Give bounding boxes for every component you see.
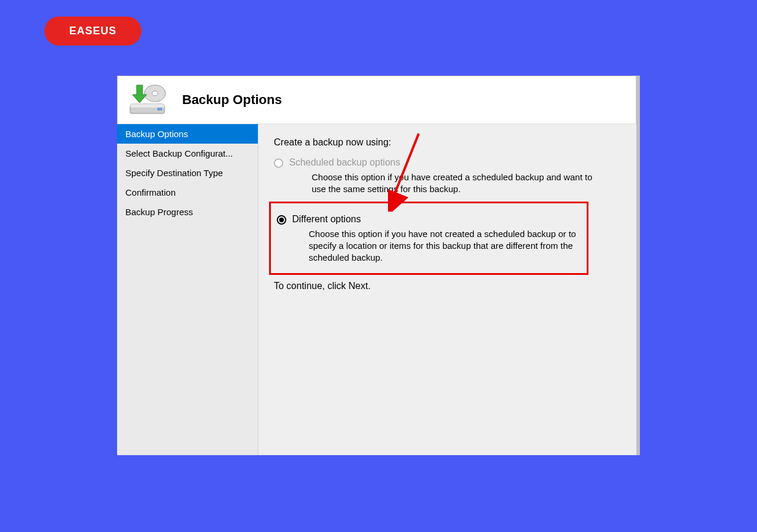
prompt-text: Create a backup now using: (274, 137, 621, 148)
option-different-label: Different options (292, 214, 361, 225)
sidebar-item-select-backup-config[interactable]: Select Backup Configurat... (117, 144, 258, 163)
sidebar-item-confirmation[interactable]: Confirmation (117, 183, 258, 202)
svg-rect-3 (130, 104, 164, 108)
option-different-desc: Choose this option if you have not creat… (309, 228, 577, 264)
highlight-box: Different options Choose this option if … (269, 202, 588, 275)
option-scheduled-label: Scheduled backup options (289, 157, 400, 168)
sidebar-item-backup-options[interactable]: Backup Options (117, 124, 258, 144)
brand-badge: EASEUS (44, 17, 141, 46)
sidebar-item-backup-progress[interactable]: Backup Progress (117, 202, 258, 222)
continue-text: To continue, click Next. (274, 281, 621, 291)
wizard-sidebar: Backup Options Select Backup Configurat.… (117, 124, 258, 455)
sidebar-item-specify-destination-type[interactable]: Specify Destination Type (117, 163, 258, 183)
wizard-content: Create a backup now using: Scheduled bac… (258, 124, 636, 455)
option-scheduled-row: Scheduled backup options (274, 157, 621, 168)
window-header: Backup Options (117, 76, 636, 124)
backup-drive-icon (127, 84, 168, 116)
window-title: Backup Options (182, 92, 282, 108)
option-different-row[interactable]: Different options (277, 214, 577, 225)
option-scheduled-desc: Choose this option if you have created a… (312, 171, 596, 196)
window-body: Backup Options Select Backup Configurat.… (117, 124, 636, 455)
svg-rect-4 (157, 108, 162, 111)
backup-options-window: Backup Options Backup Options Select Bac… (117, 76, 640, 455)
svg-point-1 (152, 91, 158, 96)
radio-different[interactable] (277, 215, 286, 225)
radio-scheduled (274, 158, 283, 168)
